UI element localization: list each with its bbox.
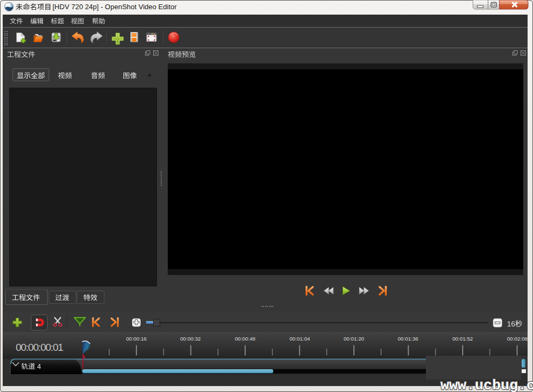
svg-text:www.ucbug.cc: www.ucbug.cc [440, 377, 533, 392]
